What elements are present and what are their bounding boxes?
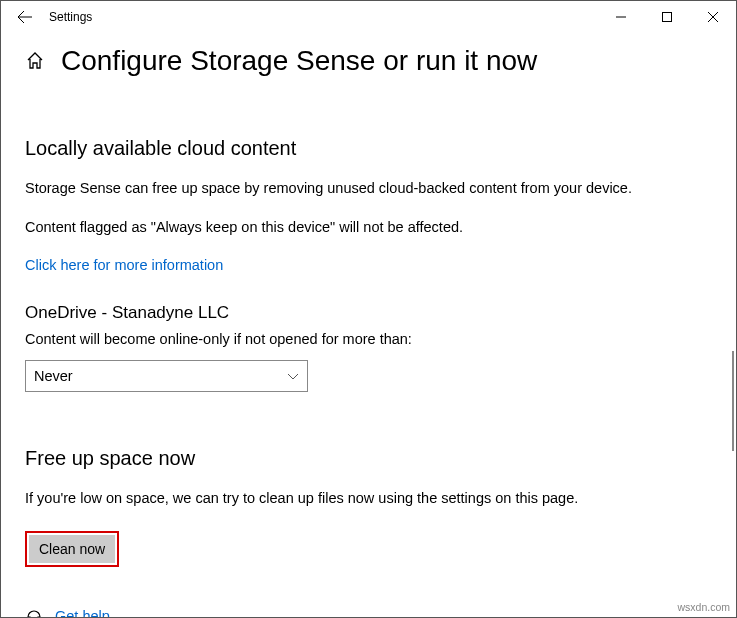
cloud-section-heading: Locally available cloud content	[25, 137, 712, 160]
scrollbar[interactable]	[732, 351, 734, 451]
titlebar: Settings	[1, 1, 736, 33]
onedrive-period-dropdown[interactable]: Never	[25, 360, 308, 392]
page-header: Configure Storage Sense or run it now	[25, 45, 712, 77]
maximize-icon	[662, 12, 672, 22]
watermark: wsxdn.com	[677, 601, 730, 613]
back-button[interactable]	[9, 1, 41, 33]
onedrive-desc: Content will become online-only if not o…	[25, 329, 712, 350]
clean-now-highlight: Clean now	[25, 531, 119, 567]
close-button[interactable]	[690, 1, 736, 33]
minimize-button[interactable]	[598, 1, 644, 33]
maximize-button[interactable]	[644, 1, 690, 33]
more-info-link[interactable]: Click here for more information	[25, 257, 223, 273]
minimize-icon	[616, 12, 626, 22]
app-title: Settings	[49, 10, 92, 24]
clean-now-button[interactable]: Clean now	[29, 535, 115, 563]
home-icon[interactable]	[25, 51, 45, 71]
content-area: Configure Storage Sense or run it now Lo…	[1, 33, 736, 618]
cloud-desc-1: Storage Sense can free up space by remov…	[25, 178, 712, 199]
cloud-desc-2: Content flagged as "Always keep on this …	[25, 217, 712, 238]
get-help-link[interactable]: Get help	[55, 608, 110, 618]
headset-icon	[25, 607, 43, 618]
freeup-heading: Free up space now	[25, 447, 712, 470]
onedrive-heading: OneDrive - Stanadyne LLC	[25, 303, 712, 323]
freeup-desc: If you're low on space, we can try to cl…	[25, 488, 712, 509]
window-controls	[598, 1, 736, 33]
svg-rect-0	[663, 13, 672, 22]
chevron-down-icon	[287, 370, 299, 382]
get-help-row: Get help	[25, 607, 712, 618]
back-arrow-icon	[17, 9, 33, 25]
close-icon	[708, 12, 718, 22]
dropdown-selected-value: Never	[34, 368, 73, 384]
page-title: Configure Storage Sense or run it now	[61, 45, 537, 77]
